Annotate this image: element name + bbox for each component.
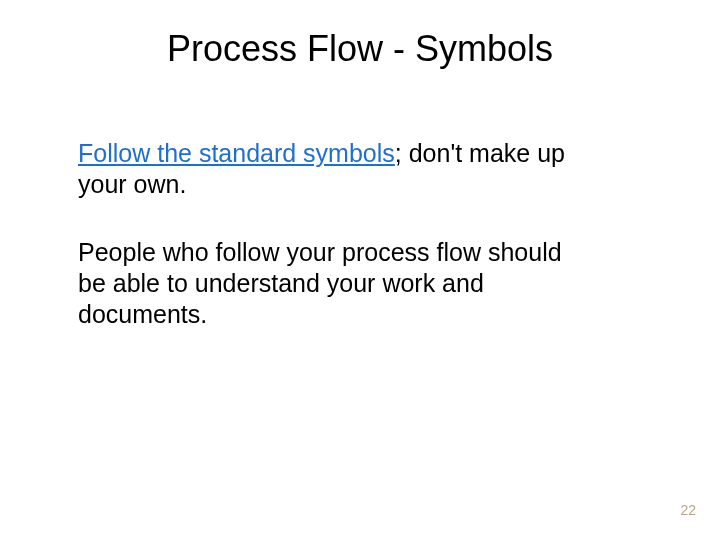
page-number: 22 [680, 502, 696, 518]
slide-body: Follow the standard symbols; don't make … [78, 138, 578, 366]
slide-title: Process Flow - Symbols [0, 28, 720, 70]
standard-symbols-link[interactable]: Follow the standard symbols [78, 139, 395, 167]
slide: Process Flow - Symbols Follow the standa… [0, 0, 720, 540]
paragraph-2: People who follow your process flow shou… [78, 237, 578, 331]
paragraph-1: Follow the standard symbols; don't make … [78, 138, 578, 201]
